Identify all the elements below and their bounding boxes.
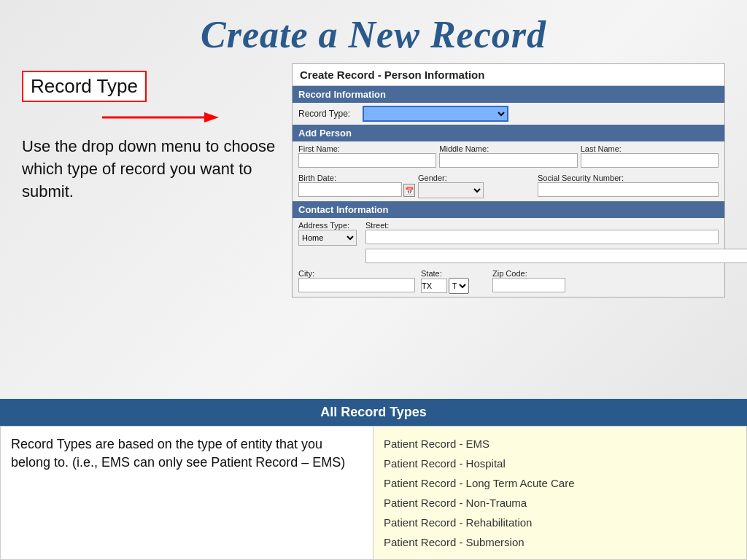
form-title-bar: Create Record - Person Information bbox=[293, 64, 724, 86]
left-panel: Record Type Use the drop down menu to ch… bbox=[22, 63, 292, 393]
arrow-icon bbox=[102, 109, 219, 125]
city-state-zip-row: City: State: TX Zip Code: bbox=[293, 266, 724, 297]
page-title: Create a New Record bbox=[201, 13, 546, 56]
address-type-row: Address Type: Home Work Other Street: bbox=[293, 218, 724, 249]
record-type-item: Patient Record - Long Term Acute Care bbox=[384, 473, 736, 493]
city-group: City: bbox=[298, 269, 415, 294]
record-type-item: Patient Record - Non-Trauma bbox=[384, 493, 736, 513]
state-label: State: bbox=[421, 269, 487, 278]
name-fields-row: First Name: Middle Name: Last Name: bbox=[293, 141, 724, 171]
right-panel: Create Record - Person Information Recor… bbox=[292, 63, 725, 393]
record-type-item: Patient Record - Submersion bbox=[384, 532, 736, 552]
street-label: Street: bbox=[365, 221, 719, 230]
middle-name-input[interactable] bbox=[439, 153, 577, 168]
middle-name-group: Middle Name: bbox=[439, 144, 577, 168]
record-type-row: Record Type: bbox=[293, 103, 724, 125]
last-name-group: Last Name: bbox=[581, 144, 719, 168]
birth-gender-row: Birth Date: 📅 Gender: Male Female Soc bbox=[293, 171, 724, 201]
first-name-label: First Name: bbox=[298, 144, 436, 153]
gender-select[interactable]: Male Female bbox=[418, 182, 484, 198]
first-name-group: First Name: bbox=[298, 144, 436, 168]
city-input[interactable] bbox=[298, 278, 415, 292]
gender-label: Gender: bbox=[418, 174, 535, 182]
add-person-header: Add Person bbox=[293, 125, 724, 141]
zip-label: Zip Code: bbox=[492, 269, 565, 278]
record-type-item: Patient Record - Rehabilitation bbox=[384, 513, 736, 532]
bottom-left-text: Record Types are based on the type of en… bbox=[1, 427, 374, 559]
zip-input[interactable] bbox=[492, 278, 565, 292]
record-type-item: Patient Record - EMS bbox=[384, 434, 736, 454]
street-row-2 bbox=[293, 249, 724, 266]
state-input[interactable] bbox=[421, 279, 447, 293]
zip-group: Zip Code: bbox=[492, 269, 565, 294]
calendar-icon[interactable]: 📅 bbox=[403, 184, 415, 197]
form-container: Create Record - Person Information Recor… bbox=[292, 63, 725, 298]
first-name-input[interactable] bbox=[298, 153, 436, 168]
record-type-field-label: Record Type: bbox=[298, 109, 357, 119]
main-content: Record Type Use the drop down menu to ch… bbox=[0, 63, 747, 393]
contact-information-header: Contact Information bbox=[293, 201, 724, 218]
gender-group: Gender: Male Female bbox=[418, 174, 535, 198]
bottom-content: Record Types are based on the type of en… bbox=[0, 426, 747, 560]
description-text: Use the drop down menu to choose which t… bbox=[22, 136, 292, 203]
ssn-label: Social Security Number: bbox=[538, 174, 719, 182]
city-label: City: bbox=[298, 269, 415, 278]
address-type-label: Address Type: bbox=[298, 221, 357, 230]
record-types-list: Patient Record - EMSPatient Record - Hos… bbox=[374, 427, 746, 559]
street-input-1[interactable] bbox=[365, 230, 719, 244]
address-type-group: Address Type: Home Work Other bbox=[298, 221, 357, 246]
birth-date-group: Birth Date: 📅 bbox=[298, 174, 415, 198]
state-group: State: TX bbox=[421, 269, 487, 294]
record-type-label-box: Record Type bbox=[22, 71, 147, 102]
record-information-header: Record Information bbox=[293, 86, 724, 103]
record-type-item: Patient Record - Hospital bbox=[384, 454, 736, 473]
address-type-select[interactable]: Home Work Other bbox=[298, 230, 357, 246]
street-input-2[interactable] bbox=[365, 249, 747, 263]
ssn-group: Social Security Number: bbox=[538, 174, 719, 198]
record-type-select[interactable] bbox=[363, 106, 508, 122]
state-select[interactable]: TX bbox=[449, 278, 469, 294]
middle-name-label: Middle Name: bbox=[439, 144, 577, 153]
bottom-header: All Record Types bbox=[0, 399, 747, 426]
bottom-section: All Record Types Record Types are based … bbox=[0, 399, 747, 560]
birth-date-label: Birth Date: bbox=[298, 174, 415, 182]
svg-marker-1 bbox=[204, 112, 219, 122]
last-name-input[interactable] bbox=[581, 153, 719, 168]
ssn-input[interactable] bbox=[538, 182, 719, 197]
street-group-top: Street: bbox=[365, 221, 719, 246]
birth-date-input[interactable] bbox=[298, 182, 402, 197]
last-name-label: Last Name: bbox=[581, 144, 719, 153]
